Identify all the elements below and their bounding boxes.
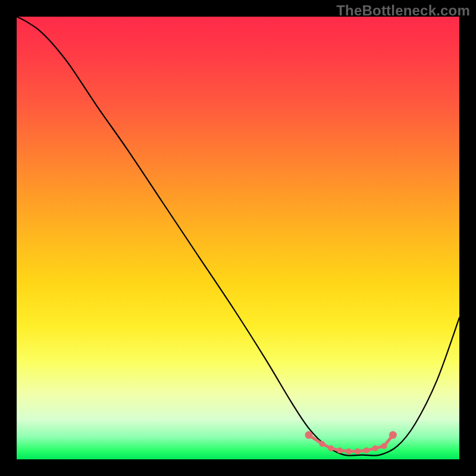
- optimal-dot: [337, 447, 343, 453]
- optimal-dot: [372, 445, 378, 451]
- optimal-dot: [319, 441, 325, 447]
- optimal-dot: [381, 443, 387, 449]
- optimal-dot: [305, 431, 313, 439]
- chart-frame: TheBottleneck.com: [0, 0, 476, 476]
- bottleneck-curve: [17, 17, 459, 456]
- optimal-dot: [389, 431, 397, 439]
- optimal-dot: [364, 447, 369, 453]
- optimal-dot: [346, 449, 352, 455]
- optimal-range-dots: [305, 431, 397, 455]
- plot-area: [17, 17, 459, 459]
- watermark-text: TheBottleneck.com: [336, 2, 470, 19]
- optimal-dot: [328, 445, 334, 451]
- curve-layer: [17, 17, 459, 459]
- optimal-dot: [355, 449, 361, 455]
